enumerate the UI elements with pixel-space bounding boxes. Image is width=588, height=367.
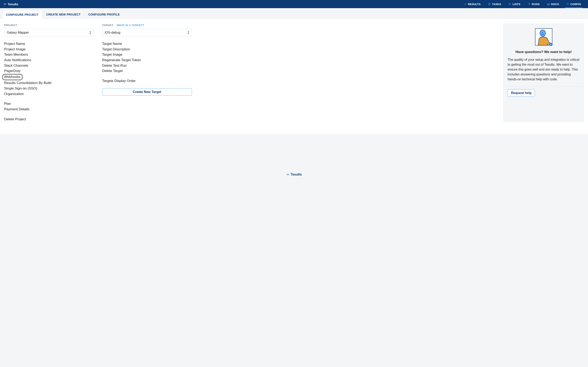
svg-point-7 [529,3,529,3]
help-column: Have questions? We want to help! The qua… [200,24,584,122]
nav-tasks[interactable]: TASKS [484,0,505,8]
nav-runs[interactable]: RUNS [524,0,543,8]
results-icon [464,3,467,6]
docs-icon [547,3,550,6]
link-delete-test-run[interactable]: Delete Test Run [102,63,192,68]
nav-runs-label: RUNS [532,3,540,6]
nav-config-label: CONFIG [571,3,581,6]
target-links: Target Name Target Description Target Im… [102,42,192,96]
runs-icon [528,3,531,6]
link-regenerate-token[interactable]: Regenerate Target Token [102,58,192,63]
create-new-target-button[interactable]: Create New Target [102,88,192,96]
nav-docs[interactable]: DOCS [543,0,563,8]
target-select[interactable]: iOS-debug ▲▼ [102,29,192,36]
target-label: TARGET: WHAT IS A TARGET? [102,24,192,27]
footer-brand-text: Tesults [291,173,302,176]
help-body-text: The quality of your setup and integratio… [508,57,580,82]
link-plan[interactable]: Plan [4,101,94,106]
svg-rect-3 [489,3,490,5]
link-target-image[interactable]: Target Image [102,52,192,57]
project-column: PROJECT: Galaxy Mapper ▲▼ Project Name P… [4,24,94,122]
link-delete-project[interactable]: Delete Project [4,117,94,122]
tab-create-new-project[interactable]: CREATE NEW PROJECT [42,10,85,18]
link-auto-notifications[interactable]: Auto Notifications [4,58,94,63]
brand-icon [286,173,290,176]
brand-text: Tesults [8,2,18,6]
link-target-description[interactable]: Target Description [102,47,192,52]
nav-lists-label: LISTS [512,3,520,6]
link-targets-display-order[interactable]: Targets Display Order [102,78,192,83]
nav-lists[interactable]: LISTS [505,0,524,8]
footer-brand[interactable]: Tesults [286,173,302,176]
link-pagerduty[interactable]: PagerDuty [4,68,94,74]
project-links: Project Name Project Image Team Members … [4,42,94,122]
nav-tasks-label: TASKS [492,3,501,6]
brand-icon [3,2,7,6]
request-help-button[interactable]: Request help [508,89,535,97]
link-results-consolidation[interactable]: Results Consolidation By Build [4,81,94,86]
tab-configure-profile[interactable]: CONFIGURE PROFILE [85,10,124,18]
svg-point-14 [540,30,545,36]
nav-results-label: RESULTS [468,3,481,6]
help-card-footer: Request help [503,86,584,100]
link-team-members[interactable]: Team Members [4,52,94,57]
nav-config[interactable]: CONFIG [563,0,585,8]
link-target-name[interactable]: Target Name [102,42,192,47]
nav-docs-label: DOCS [551,3,559,6]
caret-icon: ▲▼ [89,31,91,35]
help-illustration [508,27,580,46]
brand[interactable]: Tesults [3,2,18,6]
topnav: RESULTS TASKS LISTS RUNS DOCS CONFIG [460,0,585,8]
content: PROJECT: Galaxy Mapper ▲▼ Project Name P… [0,19,588,134]
caret-icon: ▲▼ [187,31,189,35]
help-card: Have questions? We want to help! The qua… [503,24,584,122]
tabs-row: CONFIGURE PROJECT CREATE NEW PROJECT CON… [0,8,588,19]
help-card-body: Have questions? We want to help! The qua… [503,24,584,86]
project-label: PROJECT: [4,24,94,27]
tab-configure-project[interactable]: CONFIGURE PROJECT [2,10,42,19]
help-title: Have questions? We want to help! [508,50,580,54]
link-sso[interactable]: Single Sign-on (SSO) [4,86,94,91]
target-label-text: TARGET: [102,24,114,27]
link-slack-channels[interactable]: Slack Channels [4,63,94,68]
topbar: Tesults RESULTS TASKS LISTS RUNS DOCS CO… [0,0,588,8]
link-organization[interactable]: Organization [4,92,94,97]
link-project-image[interactable]: Project Image [4,47,94,52]
what-is-a-target-link[interactable]: WHAT IS A TARGET? [117,24,144,27]
tasks-icon [488,3,491,6]
target-select-value: iOS-debug [105,31,121,34]
svg-point-15 [542,32,543,33]
svg-point-12 [567,4,568,4]
link-project-name[interactable]: Project Name [4,42,94,47]
link-payment-details[interactable]: Payment Details [4,107,94,112]
link-delete-target[interactable]: Delete Target [102,68,192,74]
nav-results[interactable]: RESULTS [460,0,484,8]
project-label-text: PROJECT: [4,24,18,27]
lists-icon [508,3,511,6]
link-webhooks[interactable]: Webhooks [2,74,22,80]
person-icon [534,27,553,46]
svg-point-18 [288,174,289,175]
project-select-value: Galaxy Mapper [7,31,29,34]
target-column: TARGET: WHAT IS A TARGET? iOS-debug ▲▼ T… [102,24,192,122]
config-icon [566,3,569,6]
svg-point-16 [549,43,552,46]
project-select[interactable]: Galaxy Mapper ▲▼ [4,29,94,36]
svg-point-1 [5,3,6,4]
footer: Tesults [0,134,588,189]
